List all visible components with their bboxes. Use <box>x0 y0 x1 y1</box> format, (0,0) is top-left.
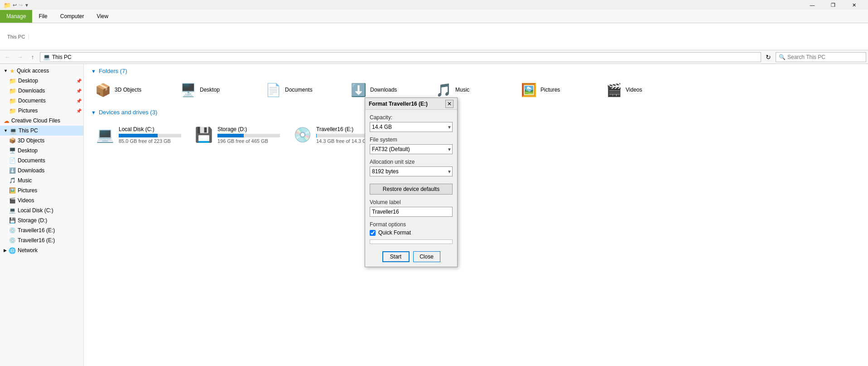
quick-format-checkbox[interactable] <box>370 230 376 236</box>
alloc-select[interactable]: 8192 bytes <box>370 166 453 176</box>
capacity-select-wrapper: 14.4 GB ▼ <box>370 122 453 132</box>
filesystem-select[interactable]: FAT32 (Default) <box>370 144 453 154</box>
capacity-label: Capacity: <box>370 114 453 121</box>
quick-format-label: Quick Format <box>378 229 411 236</box>
alloc-label: Allocation unit size <box>370 159 453 165</box>
start-button[interactable]: Start <box>382 251 410 262</box>
dialog-title-bar: Format Traveller16 (E:) ✕ <box>365 98 457 110</box>
quick-format-row: Quick Format <box>370 229 453 236</box>
volume-label-text: Volume label <box>370 199 453 205</box>
dialog-overlay: Format Traveller16 (E:) ✕ Capacity: 14.4… <box>0 0 868 366</box>
dialog-title: Format Traveller16 (E:) <box>369 101 428 107</box>
filesystem-label: File system <box>370 137 453 143</box>
restore-defaults-button[interactable]: Restore device defaults <box>370 184 453 195</box>
format-dialog: Format Traveller16 (E:) ✕ Capacity: 14.4… <box>365 98 458 267</box>
capacity-select[interactable]: 14.4 GB <box>370 122 453 132</box>
dialog-buttons: Start Close <box>370 249 453 263</box>
close-button[interactable]: Close <box>413 251 440 262</box>
alloc-select-wrapper: 8192 bytes ▼ <box>370 166 453 176</box>
format-options-label: Format options <box>370 221 453 228</box>
dialog-body: Capacity: 14.4 GB ▼ File system FAT32 (D… <box>365 110 457 267</box>
filesystem-select-wrapper: FAT32 (Default) ▼ <box>370 144 453 154</box>
dialog-close-x-button[interactable]: ✕ <box>445 100 453 108</box>
volume-label-input[interactable] <box>370 207 453 217</box>
progress-bar <box>370 239 453 244</box>
